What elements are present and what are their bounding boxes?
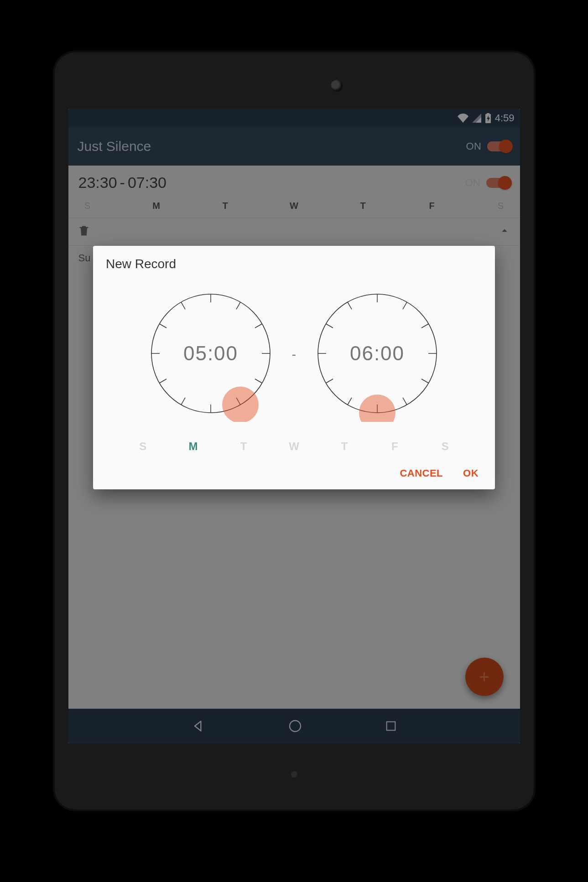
end-clock[interactable]: 06:00	[309, 285, 446, 424]
svg-rect-4	[386, 722, 395, 731]
svg-line-7	[236, 302, 240, 309]
dday-t1[interactable]: T	[235, 440, 252, 453]
delete-icon[interactable]	[78, 224, 90, 237]
dday-m[interactable]: M	[185, 440, 202, 453]
record-time-range: 23:30-07:30	[78, 174, 167, 192]
front-camera	[331, 80, 343, 92]
svg-text:05:00: 05:00	[183, 342, 238, 364]
time-separator: -	[292, 347, 296, 362]
ok-button[interactable]: OK	[463, 467, 479, 479]
day-s2[interactable]: S	[493, 201, 509, 211]
record-toggle[interactable]: ON	[465, 177, 510, 189]
svg-point-3	[290, 721, 301, 732]
mic-dot	[291, 771, 297, 778]
svg-line-25	[421, 379, 429, 383]
plus-icon: +	[479, 667, 489, 687]
svg-line-29	[326, 379, 333, 383]
switch-on[interactable]	[487, 141, 511, 151]
svg-line-10	[255, 379, 262, 383]
cellular-icon	[472, 114, 481, 123]
tablet-frame: 4:59 Just Silence ON 23:30-07:30 ON	[55, 52, 534, 809]
recents-icon[interactable]	[385, 720, 397, 732]
dday-s[interactable]: S	[135, 440, 151, 453]
svg-point-18	[222, 387, 259, 422]
back-icon[interactable]	[191, 719, 206, 733]
screen: 4:59 Just Silence ON 23:30-07:30 ON	[68, 109, 520, 743]
record-start: 23:30	[78, 174, 117, 191]
day-s[interactable]: S	[79, 201, 96, 211]
record-tools	[68, 218, 520, 245]
svg-line-31	[326, 324, 333, 328]
cancel-button[interactable]: CANCEL	[400, 467, 443, 479]
dialog-title: New Record	[93, 257, 495, 280]
dday-f[interactable]: F	[386, 440, 403, 453]
svg-line-32	[348, 302, 352, 309]
switch-on[interactable]	[486, 178, 510, 188]
start-clock[interactable]: 05:00	[142, 285, 279, 424]
day-t2[interactable]: T	[355, 201, 371, 211]
global-toggle-label: ON	[466, 140, 482, 152]
dday-w[interactable]: W	[286, 440, 302, 453]
dday-s2[interactable]: S	[437, 440, 453, 453]
svg-line-13	[181, 398, 185, 405]
svg-line-22	[403, 302, 407, 309]
status-bar: 4:59	[68, 109, 520, 127]
day-m[interactable]: M	[148, 201, 165, 211]
svg-point-33	[359, 394, 395, 422]
global-toggle[interactable]: ON	[466, 140, 511, 152]
navigation-bar	[68, 709, 520, 743]
svg-text:06:00: 06:00	[350, 342, 405, 364]
record-header[interactable]: 23:30-07:30 ON	[68, 166, 520, 197]
svg-line-14	[159, 379, 167, 383]
chevron-up-icon[interactable]	[498, 224, 511, 237]
record-toggle-label: ON	[465, 177, 481, 189]
svg-rect-1	[487, 113, 489, 114]
page-title: Just Silence	[78, 139, 151, 154]
svg-line-23	[421, 324, 429, 328]
svg-line-17	[181, 302, 185, 309]
add-button[interactable]: +	[465, 658, 504, 696]
svg-line-28	[348, 398, 352, 405]
day-t1[interactable]: T	[217, 201, 234, 211]
wifi-icon	[458, 114, 468, 123]
app-bar: Just Silence ON	[68, 127, 520, 166]
svg-line-16	[159, 324, 167, 328]
dialog-actions: CANCEL OK	[93, 457, 495, 483]
record-days: S M T W T F S	[68, 197, 520, 218]
status-time: 4:59	[495, 112, 515, 124]
svg-line-26	[403, 398, 407, 405]
day-w[interactable]: W	[286, 201, 302, 211]
svg-line-8	[255, 324, 262, 328]
day-f[interactable]: F	[424, 201, 440, 211]
record-end: 07:30	[128, 174, 167, 191]
dialog-days: S M T W T F S	[93, 431, 495, 457]
home-icon[interactable]	[288, 719, 302, 733]
battery-charging-icon	[485, 113, 491, 123]
dday-t2[interactable]: T	[336, 440, 353, 453]
time-picker-row: 05:00 - 06:00	[93, 280, 495, 431]
new-record-dialog: New Record 05:00 - 06:00 S M T W	[93, 246, 495, 489]
